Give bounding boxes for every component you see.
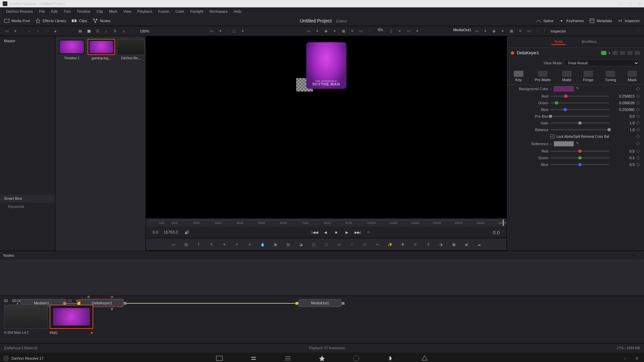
keytab-tuning[interactable]: Tuning xyxy=(605,71,616,82)
effects-library-toggle[interactable]: Effects Library xyxy=(35,18,66,23)
channel-tool-icon[interactable]: ◪ xyxy=(297,240,305,248)
first-frame-button[interactable]: |◀◀ xyxy=(311,229,318,236)
brush-tool-icon[interactable]: ✐ xyxy=(233,240,241,248)
menu-help[interactable]: Help xyxy=(231,8,244,14)
fusion-page-icon[interactable] xyxy=(318,355,326,362)
menu-davinci[interactable]: DaVinci Resolve xyxy=(3,8,36,14)
globe2-icon[interactable]: ◉ xyxy=(491,28,497,35)
list-view-icon[interactable]: ☰ xyxy=(94,28,101,35)
time-ruler[interactable]: 500 1000 2000 3000 4000 5000 6000 7000 8… xyxy=(146,219,506,227)
text-tool-icon[interactable]: T xyxy=(195,240,203,248)
viewer-sel-icon[interactable]: ▭ xyxy=(473,28,480,35)
chevron-down-icon[interactable]: ▾ xyxy=(239,28,246,35)
more-icon[interactable]: ⋯ xyxy=(634,28,641,35)
split-icon[interactable]: ▯ xyxy=(388,28,394,35)
chevron-down-icon[interactable]: ▾ xyxy=(499,28,506,35)
reset-icon[interactable] xyxy=(635,51,640,55)
blue-value[interactable]: 0.5 xyxy=(611,163,635,167)
stop-button[interactable]: ■ xyxy=(333,229,339,236)
blur-tool-icon[interactable]: 💧 xyxy=(259,240,267,248)
chevron-down-icon[interactable]: ▾ xyxy=(482,28,489,35)
green-slider[interactable] xyxy=(550,157,609,159)
clip-thumb-gaming[interactable]: gaming-log... xyxy=(88,39,115,60)
menu-fusion[interactable]: Fusion xyxy=(156,8,172,14)
menu-mark[interactable]: Mark xyxy=(106,8,120,14)
keyframe-icon[interactable] xyxy=(636,163,640,166)
search-icon[interactable]: ⌕ xyxy=(103,28,110,35)
menu-view[interactable]: View xyxy=(120,8,134,14)
color-tool-icon[interactable]: ☀ xyxy=(246,240,254,248)
bin-view-icon[interactable]: ▭ xyxy=(3,28,10,35)
keytab-prematte[interactable]: Pre Matte xyxy=(535,71,551,82)
blue-value[interactable]: 0.250980 xyxy=(611,108,635,112)
lock-icon[interactable] xyxy=(620,51,625,55)
render-tool-icon[interactable]: ⛭ xyxy=(412,240,420,248)
node-graph[interactable]: MediaIn1 DeltaKeyer1 MediaOut1 ▸ xyxy=(0,259,644,295)
last-frame-button[interactable]: ▶▶| xyxy=(354,229,361,236)
preblur-slider[interactable] xyxy=(550,116,609,117)
layout-icon[interactable]: ▢ xyxy=(231,28,237,35)
more-icon[interactable]: ⋯ xyxy=(637,253,641,257)
pin-icon[interactable] xyxy=(612,51,618,55)
red-value[interactable]: 0.258823 xyxy=(611,94,635,98)
fit-icon[interactable]: ▭ xyxy=(208,28,215,35)
green-slider[interactable] xyxy=(550,102,609,104)
tracker-tool-icon[interactable]: ✦ xyxy=(220,240,228,248)
chevron-down-icon[interactable]: ▾ xyxy=(517,28,524,35)
bspline-tool-icon[interactable]: ∿ xyxy=(373,240,381,248)
sort-icon[interactable]: ≡ xyxy=(120,28,127,35)
menu-edit[interactable]: Edit xyxy=(48,8,60,14)
record-icon[interactable]: ● xyxy=(52,28,59,35)
particle-tool-icon[interactable]: ✱ xyxy=(399,240,407,248)
metadata-toggle[interactable]: Metadata xyxy=(589,18,612,23)
keyframe-icon[interactable] xyxy=(636,149,640,153)
keyframe-icon[interactable] xyxy=(636,94,640,98)
keyframe-icon[interactable] xyxy=(636,156,640,160)
red-value[interactable]: 0.5 xyxy=(611,149,635,153)
inspector-toggle[interactable]: Inspector xyxy=(618,18,640,23)
zoom-left[interactable]: 100% xyxy=(140,29,149,33)
keyframes-toggle[interactable]: Keyframes xyxy=(559,18,584,23)
viewer-opt-icon[interactable]: ▭ xyxy=(305,28,312,35)
tab-tools[interactable]: Tools xyxy=(551,39,566,45)
media-page-icon[interactable] xyxy=(216,355,223,362)
chevron-down-icon[interactable]: ▾ xyxy=(349,28,356,35)
menu-file[interactable]: File xyxy=(37,8,48,14)
green-value[interactable]: 0.5 xyxy=(611,156,635,160)
menu-workspace[interactable]: Workspace xyxy=(207,8,230,14)
nodes-toggle[interactable]: Nodes xyxy=(93,18,111,23)
chevron-down-icon[interactable]: ▾ xyxy=(314,28,321,35)
chevron-down-icon[interactable]: ▾ xyxy=(396,28,403,35)
grid-icon[interactable]: ▦ xyxy=(340,28,347,35)
bgcolor-swatch[interactable] xyxy=(554,86,574,92)
default-icon[interactable] xyxy=(627,51,633,55)
camera-tool-icon[interactable]: ▣ xyxy=(450,240,458,248)
lock-checkbox[interactable]: ✓ xyxy=(550,134,554,138)
blue-slider[interactable] xyxy=(550,164,609,165)
expand-icon[interactable]: › xyxy=(550,87,552,91)
menu-fairlight[interactable]: Fairlight xyxy=(187,8,206,14)
version-badge[interactable] xyxy=(601,51,606,55)
text3d-tool-icon[interactable]: 𝐓 xyxy=(424,240,432,248)
merge-tool-icon[interactable]: ▣ xyxy=(271,240,279,248)
balance-value[interactable]: 1.0 xyxy=(611,128,635,132)
shape3d-tool-icon[interactable]: ◑ xyxy=(437,240,445,248)
smart-bins-header[interactable]: Smart Bins xyxy=(0,194,55,202)
keyframe-icon[interactable] xyxy=(636,134,640,138)
keyframe-icon[interactable] xyxy=(636,87,640,90)
minimize-button[interactable]: — xyxy=(619,2,623,6)
keyframe-icon[interactable] xyxy=(636,142,640,145)
grid-view-icon[interactable]: ▦ xyxy=(86,28,92,35)
fastnoise-tool-icon[interactable]: ▨ xyxy=(182,240,190,248)
viewmode-select[interactable]: Final Result xyxy=(565,60,639,66)
node-mediaout1[interactable]: MediaOut1 xyxy=(299,299,341,307)
rectangle-tool-icon[interactable]: ▭ xyxy=(335,240,343,248)
more2-icon[interactable]: ⋯ xyxy=(129,28,136,35)
deliver-page-icon[interactable] xyxy=(421,355,428,362)
media-pool-toggle[interactable]: Media Pool xyxy=(4,18,30,23)
keytab-matte[interactable]: Matte xyxy=(562,71,572,82)
clips-toggle[interactable]: Clips xyxy=(71,18,87,23)
expand-icon[interactable]: › xyxy=(550,142,552,146)
reference-swatch[interactable] xyxy=(554,141,574,146)
keywords-bin[interactable]: Keywords xyxy=(0,202,55,210)
